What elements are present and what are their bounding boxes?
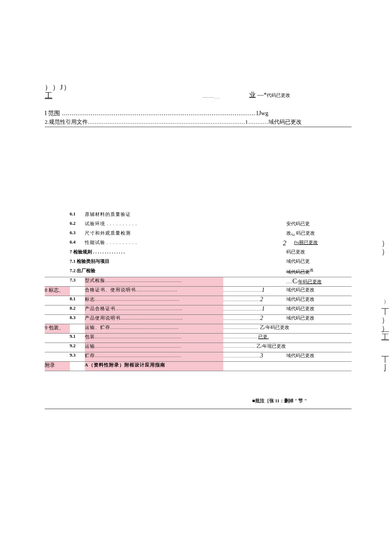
row-left [45, 239, 70, 249]
toc-row: 8 标志、合格证书、使用说明书.........................… [45, 286, 352, 296]
row-num: 7.3 [70, 277, 85, 286]
toc-line-2: 2.规范性引用文件...............................… [45, 118, 352, 127]
row-title: 贮存......................................… [85, 352, 223, 361]
toc2-dots: ........................................… [88, 119, 268, 125]
row-left: 9 包装、 [45, 324, 70, 333]
toc-row: 9 包装、运输、贮存..............................… [45, 324, 352, 333]
row-mid [223, 211, 286, 221]
row-num: 8.3 [70, 314, 85, 324]
toc-row: 7.1 检验类别与项目域代码已更 [45, 258, 352, 267]
row-left: 8 标志、 [45, 286, 70, 296]
edge-glyph: 亅 [381, 363, 389, 373]
toc2-label: 2.规范性引用文件 [45, 119, 88, 125]
row-left [45, 230, 70, 239]
row-right: 改%t 码已更改 [286, 230, 352, 239]
top-dashes: ——… [202, 93, 220, 100]
row-title: 产品合格证书..................................… [85, 305, 223, 314]
toc-row: 8.2产品合格证书...............................… [45, 305, 352, 314]
row-mid [223, 249, 286, 258]
row-left [45, 343, 70, 352]
toc-row: 6.2试验环境 . . . . . . . . . .安代码已更 [45, 221, 352, 230]
toc-table: 6.1原辅材料的质量验证6.2试验环境 . . . . . . . . . .安… [45, 211, 352, 371]
row-right: f¼丽已更改 [286, 239, 352, 249]
row-left [45, 277, 70, 286]
row-right: 域代码已更 [286, 258, 352, 267]
row-mid: .......................3 [223, 352, 286, 361]
dotted-rule [45, 127, 305, 127]
row-left [45, 211, 70, 221]
top-block: ））J） 工 ——… 业 —*代码已更改 [45, 83, 352, 100]
top-jj: ））J） [45, 83, 352, 92]
row-right: 域代码已更改 [286, 296, 352, 305]
row-left [45, 267, 70, 277]
row-num: 8.2 [70, 305, 85, 314]
row-right: 安代码已更 [286, 221, 352, 230]
row-right: 域代码已更改 [286, 352, 352, 361]
edge-glyph: ） [381, 247, 389, 257]
row-mid: .......................2 [223, 314, 286, 324]
row-title: 7.1 检验类别与项目 [70, 258, 224, 267]
edge-glyph: 工 [381, 332, 389, 342]
row-title: 性能试验 . . . . . . . . . . [85, 239, 223, 249]
row-title: 合格证书、使用说明书.......................... [85, 286, 223, 296]
ye-dash: —* [256, 91, 267, 98]
row-title: 运输、贮存...................................… [85, 324, 223, 333]
bottom-rule [45, 409, 352, 409]
row-mid-right: ..................... 已更. [223, 333, 352, 343]
toc-row: 8.3产品使用说明书..............................… [45, 314, 352, 324]
toc-row: 7 检验规则 . . . . . . . . . . . . . .码已更改 [45, 249, 352, 258]
row-num: 6.2 [70, 221, 85, 230]
row-title: 标志......................................… [85, 296, 223, 305]
toc-row: 附录A（资料性附录）附框设计应用指南 [45, 361, 352, 371]
toc-row: 9.2运输...................................… [45, 343, 352, 352]
row-title: 7 检验规则 . . . . . . . . . . . . . . [70, 249, 224, 258]
row-left [45, 333, 70, 343]
row-left [45, 258, 70, 267]
row-right [286, 361, 352, 371]
toc-row: 7.3型式检脸.................................… [45, 277, 352, 286]
row-mid: ........................1 [223, 286, 286, 296]
row-num: 9.2 [70, 343, 85, 352]
ye-note: 业 —*代码已更改 [249, 91, 290, 99]
row-mid-right: ....C/年码已更改 [223, 277, 352, 286]
toc-row: 9.3贮存...................................… [45, 352, 352, 361]
toc2-note: 域代码已更改 [268, 119, 302, 125]
row-title: 尺寸和外观质量检测 [85, 230, 223, 239]
row-mid [223, 230, 286, 239]
row-title: 原辅材料的质量验证 [85, 211, 223, 221]
toc-row: 9.1包装...................................… [45, 333, 352, 343]
toc-row: 6.1原辅材料的质量验证 [45, 211, 352, 221]
row-mid [223, 267, 286, 277]
row-title: 试验环境 . . . . . . . . . . [85, 221, 223, 230]
row-right: 域代码已更改 [286, 305, 352, 314]
row-title: 型式检脸....................................… [85, 277, 223, 286]
row-right [286, 211, 352, 221]
toc-row: 7.2 出厂检验域代码已更改 [45, 267, 352, 277]
toc1-note: Jwg [259, 110, 268, 116]
toc-row: 8.1标志...................................… [45, 296, 352, 305]
row-num [70, 286, 85, 296]
row-mid [223, 221, 286, 230]
row-left [45, 314, 70, 324]
toc1-label: I 范围 [45, 110, 60, 116]
row-num: 6.4 [70, 239, 85, 249]
row-mid: ........................1 [223, 305, 286, 314]
row-title: 包装......................................… [85, 333, 223, 343]
row-left [45, 249, 70, 258]
row-left: 附录 [45, 361, 70, 371]
row-title: A（资料性附录）附框设计应用指南 [85, 361, 223, 371]
row-left [45, 296, 70, 305]
toc1-dots: ........................................… [60, 110, 256, 116]
row-right: 域代码已更改 [286, 314, 352, 324]
toc-row: 6.4性能试验 . . . . . . . . . .2f¼丽已更改 [45, 239, 352, 249]
gong-char: 工 [45, 93, 52, 99]
row-right: 域代码已更改 [286, 267, 352, 277]
row-title: 产品使用说明书.................................… [85, 314, 223, 324]
row-mid [223, 258, 286, 267]
row-left [45, 221, 70, 230]
toc-line-1: I 范围 ...................................… [45, 110, 352, 117]
row-left [45, 305, 70, 314]
row-left [45, 352, 70, 361]
row-num [70, 361, 85, 371]
row-mid-right: ...................... 乙/年码已更改 [223, 324, 352, 333]
